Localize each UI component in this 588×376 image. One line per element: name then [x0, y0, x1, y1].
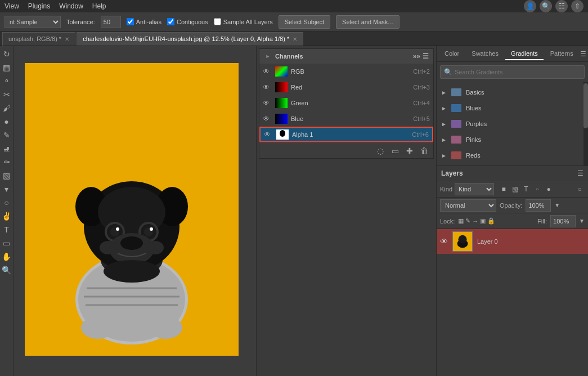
- kind-filter-select[interactable]: Kind: [455, 183, 494, 195]
- channel-row-green[interactable]: 👁 Green Ctrl+4: [259, 95, 433, 111]
- zoom-icon[interactable]: 🔍: [1, 265, 12, 276]
- gradient-group-pinks[interactable]: ► Pinks: [437, 132, 588, 147]
- gradient-search-bar: 🔍: [440, 65, 585, 79]
- lock-row: Lock: ▦ ✎ → ▣ 🔒 Fill: ▼: [437, 213, 588, 229]
- gradient-group-basics[interactable]: ► Basics: [437, 84, 588, 100]
- crop-tool-icon[interactable]: ✂: [1, 89, 12, 100]
- smart-filter-icon[interactable]: ●: [544, 184, 554, 194]
- green-eye-icon[interactable]: 👁: [263, 99, 272, 107]
- fill-arrow-icon[interactable]: ▼: [579, 218, 585, 224]
- gradient-group-blues[interactable]: ► Blues: [437, 100, 588, 116]
- gradient-scrollbar[interactable]: [583, 82, 588, 165]
- channel-row-blue[interactable]: 👁 Blue Ctrl+5: [259, 111, 433, 127]
- rgb-eye-icon[interactable]: 👁: [263, 68, 272, 75]
- layer-visibility-icon[interactable]: 👁: [440, 237, 448, 246]
- toolbar: nt Sample Tolerance: Anti-alias Contiguo…: [0, 12, 588, 32]
- opacity-arrow-icon[interactable]: ▼: [554, 202, 560, 208]
- channels-expand-icon[interactable]: »»: [413, 52, 420, 60]
- menu-help[interactable]: Help: [92, 2, 106, 10]
- rgb-thumbnail: [275, 66, 288, 77]
- red-eye-icon[interactable]: 👁: [263, 83, 272, 91]
- tolerance-input[interactable]: [101, 16, 121, 28]
- eyedropper-icon[interactable]: 🖌: [1, 102, 12, 114]
- lasso-tool-icon[interactable]: ⚬: [1, 75, 12, 87]
- filter-toggle-icon[interactable]: ○: [574, 184, 585, 194]
- layer-filter-icons: ■ ▧ T ▫ ●: [499, 184, 554, 194]
- kind-label: Kind: [440, 186, 452, 193]
- hand-icon[interactable]: ✋: [1, 251, 12, 262]
- lock-move-icon[interactable]: →: [472, 218, 478, 225]
- gradient-group-purples[interactable]: ► Purples: [437, 116, 588, 132]
- channel-row-rgb[interactable]: 👁 RGB Ctrl+2: [259, 64, 433, 79]
- layer-row-0[interactable]: 👁 Layer 0: [437, 229, 588, 254]
- blend-row: Normal Opacity: ▼: [437, 198, 588, 213]
- green-shortcut: Ctrl+4: [413, 100, 430, 106]
- sample-all-label: Sample All Layers: [223, 19, 273, 25]
- layers-title: Layers: [441, 169, 463, 177]
- lock-icons-group: ▦ ✎ → ▣ 🔒: [458, 217, 495, 225]
- svg-point-25: [149, 316, 182, 339]
- channels-menu-icon[interactable]: ☰: [423, 52, 429, 60]
- pixel-filter-icon[interactable]: ■: [499, 184, 509, 194]
- search-global-icon[interactable]: 🔍: [540, 0, 552, 12]
- select-tool-icon[interactable]: ▦: [1, 62, 12, 73]
- text-icon[interactable]: T: [1, 224, 12, 235]
- tab-close-0[interactable]: ✕: [65, 36, 69, 42]
- tab-close-1[interactable]: ✕: [293, 36, 297, 42]
- channels-collapse[interactable]: ►: [264, 48, 272, 64]
- pen-icon[interactable]: ✌: [1, 211, 12, 222]
- move-tool-icon[interactable]: ↻: [1, 48, 12, 60]
- menu-window[interactable]: Window: [59, 2, 83, 10]
- workspace-icon[interactable]: ☷: [555, 0, 568, 12]
- lock-checkerboard-icon[interactable]: ▦: [458, 217, 464, 225]
- fill-input[interactable]: [550, 215, 576, 227]
- tab-unsplash[interactable]: unsplash, RGB/8) * ✕: [2, 32, 75, 46]
- tab-patterns[interactable]: Patterns: [545, 48, 579, 60]
- select-subject-button[interactable]: Select Subject: [279, 15, 330, 29]
- gradient-search-input[interactable]: [455, 69, 581, 75]
- shape-icon[interactable]: ▭: [1, 238, 12, 249]
- tool-select[interactable]: nt Sample: [5, 16, 61, 28]
- eraser-icon[interactable]: ▧: [1, 170, 12, 181]
- add-channel-icon[interactable]: ✚: [404, 145, 415, 156]
- delete-channel-icon[interactable]: 🗑: [419, 145, 430, 156]
- menu-plugins[interactable]: Plugins: [28, 2, 50, 10]
- gradient-scrollbar-thumb[interactable]: [583, 83, 588, 128]
- channel-row-alpha1[interactable]: 👁 Alpha 1 Ctrl+6: [259, 127, 433, 142]
- lock-brush-icon[interactable]: ✎: [465, 217, 470, 225]
- tab-color[interactable]: Color: [439, 48, 465, 60]
- gradient-group-reds[interactable]: ► Reds: [437, 147, 588, 163]
- spot-heal-icon[interactable]: ●: [1, 116, 12, 127]
- brush-icon[interactable]: ✎: [1, 129, 12, 141]
- alpha-thumbnail: [276, 129, 289, 140]
- panel-tab-menu-icon[interactable]: ☰: [580, 50, 586, 58]
- lock-all-icon[interactable]: 🔒: [487, 217, 495, 225]
- opacity-input[interactable]: [526, 199, 551, 212]
- dodge-icon[interactable]: ○: [1, 197, 12, 208]
- account-icon[interactable]: 👤: [524, 0, 536, 12]
- clone-icon[interactable]: ⛸: [1, 143, 12, 154]
- lock-artboard-icon[interactable]: ▣: [480, 217, 486, 225]
- tab-swatches[interactable]: Swatches: [466, 48, 504, 60]
- select-mask-button[interactable]: Select and Mask...: [336, 15, 400, 29]
- blue-eye-icon[interactable]: 👁: [263, 115, 272, 123]
- history-icon[interactable]: ⚰: [1, 156, 12, 168]
- alpha-eye-icon[interactable]: 👁: [264, 131, 273, 138]
- channel-row-red[interactable]: 👁 Red Ctrl+3: [259, 79, 433, 95]
- layers-menu-icon[interactable]: ☰: [577, 169, 583, 177]
- share-icon[interactable]: ⇧: [571, 0, 583, 12]
- sample-all-checkbox[interactable]: [214, 18, 221, 25]
- shape-filter-icon[interactable]: ▫: [532, 184, 542, 194]
- anti-alias-checkbox[interactable]: [127, 18, 134, 25]
- contiguous-checkbox[interactable]: [167, 18, 174, 25]
- dotted-circle-icon[interactable]: ◌: [375, 145, 386, 156]
- save-selection-icon[interactable]: ▭: [389, 145, 401, 156]
- paint-bucket-icon[interactable]: ▾: [1, 183, 12, 195]
- type-filter-icon[interactable]: T: [521, 184, 531, 194]
- blend-mode-select[interactable]: Normal: [440, 199, 496, 212]
- menu-view[interactable]: View: [5, 2, 19, 10]
- tab-gradients[interactable]: Gradients: [505, 48, 544, 60]
- rgb-shortcut: Ctrl+2: [413, 68, 430, 75]
- tab-charlesdeluvio[interactable]: charlesdeluvio-Mv9hjnEUHR4-unsplash.jpg …: [77, 32, 303, 46]
- adjust-filter-icon[interactable]: ▧: [510, 184, 520, 194]
